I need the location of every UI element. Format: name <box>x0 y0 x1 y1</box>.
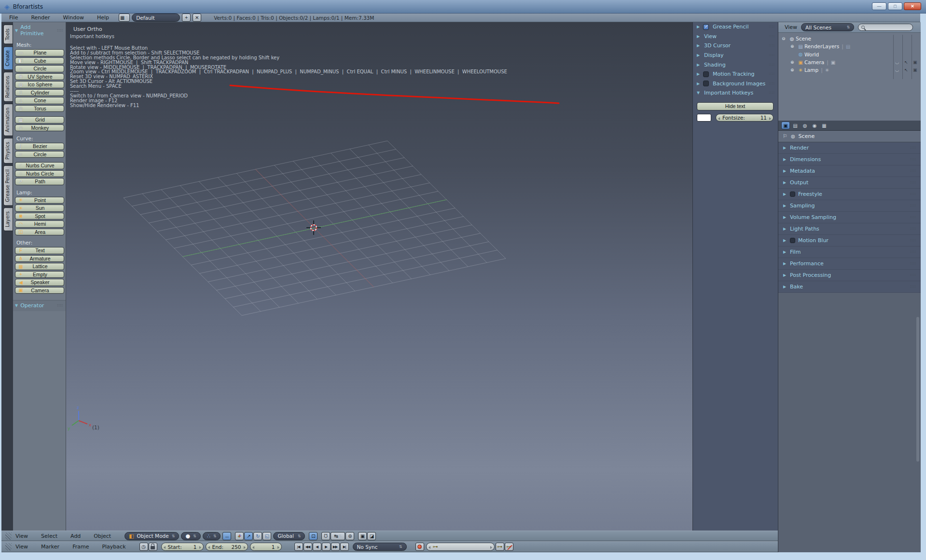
delete-keyframe-button[interactable]: ⊶ <box>505 543 513 551</box>
add-primitive-button[interactable]: ▦ Grid <box>15 116 64 123</box>
drag-dots-icon[interactable]: ∷∷ <box>911 215 916 219</box>
add-primitive-button[interactable]: ◍ Ico Sphere <box>15 81 64 88</box>
playback-button[interactable]: ◀ <box>313 543 321 551</box>
toolshelf-tab[interactable]: Create <box>3 46 13 70</box>
toolshelf-tab[interactable]: Layers <box>3 207 13 231</box>
playback-button[interactable]: ◀◀ <box>304 543 312 551</box>
outliner-row-lamp[interactable]: ⊕ ✳ Lamp | ✳ ◡ ↖ ▣ <box>778 66 921 74</box>
minimize-button[interactable]: — <box>872 2 886 10</box>
add-primitive-button[interactable]: ◎ Torus <box>15 105 64 112</box>
menu-item[interactable]: Render <box>31 14 50 21</box>
panel-checkbox[interactable] <box>703 81 709 86</box>
properties-tab[interactable]: ▣ <box>781 122 790 129</box>
outliner-display-filter[interactable]: All Scenes ⇅ <box>801 23 854 31</box>
drag-dots-icon[interactable]: ∷∷ <box>911 146 916 150</box>
manipulator-axis-button[interactable]: + <box>235 532 244 540</box>
manipulator-toggle-button[interactable]: ↔ <box>222 532 231 540</box>
pivot-point-selector[interactable]: ∴ ⇅ <box>203 532 221 540</box>
expand-icon[interactable]: ⊕ <box>790 60 797 65</box>
drag-dots-icon[interactable]: ∷∷ <box>911 273 916 277</box>
playback-range-lock-button[interactable]: ◷ <box>139 543 148 551</box>
add-object-button[interactable]: ⋔ Armature <box>15 255 64 262</box>
maximize-button[interactable]: □ <box>888 2 902 10</box>
text-color-swatch[interactable] <box>697 114 711 122</box>
add-primitive-button[interactable]: ○ Circle <box>15 65 64 72</box>
drag-dots-icon[interactable]: ∷∷ <box>911 238 916 243</box>
add-object-button[interactable]: ◀ Speaker <box>15 279 64 286</box>
drag-dots-icon[interactable]: ∷∷ <box>911 180 916 185</box>
outliner-row-scene[interactable]: ⊖ ◍ Scene <box>778 35 921 42</box>
outliner-search-input[interactable] <box>867 25 905 30</box>
menu-item[interactable]: View <box>15 533 28 539</box>
properties-tab[interactable]: ◉ <box>810 122 819 129</box>
playback-button[interactable]: |◀ <box>294 543 303 551</box>
properties-panel-header[interactable]: ▶ Output ∷∷ <box>778 177 921 189</box>
drag-dots-icon[interactable]: ∷∷ <box>911 261 916 266</box>
add-primitive-button[interactable]: ○ Circle <box>15 151 64 158</box>
add-object-button[interactable]: ▣ Camera <box>15 287 64 294</box>
visibility-eye-icon[interactable]: ◡ <box>895 60 899 65</box>
drag-dots-icon[interactable]: ∷∷ <box>769 34 775 39</box>
outliner-row-world[interactable]: ◍ World <box>778 51 921 58</box>
add-lamp-button[interactable]: ☀ Sun <box>15 205 64 212</box>
collapse-icon[interactable]: ⊖ <box>782 36 788 41</box>
frame-start-field[interactable]: Start: 1 <box>161 543 204 551</box>
npanel-panel-header[interactable]: ▶ 3D Cursor ∷∷ <box>693 41 778 51</box>
toolshelf-tab[interactable]: Tools <box>3 25 13 44</box>
outliner-row-renderlayers[interactable]: ⊕ ▤ RenderLayers | ▤ <box>778 42 921 50</box>
renderability-icon[interactable]: ▣ <box>913 60 917 65</box>
hide-text-button[interactable]: Hide text <box>697 102 774 110</box>
menu-item[interactable]: Marker <box>41 544 59 550</box>
header-resize-grip[interactable] <box>5 533 12 540</box>
expand-icon[interactable]: ⊕ <box>790 44 797 49</box>
add-object-button[interactable]: F Text <box>15 247 64 254</box>
sync-mode-selector[interactable]: No Sync ⇅ <box>353 543 407 551</box>
drag-dots-icon[interactable]: ∷∷ <box>911 192 916 196</box>
menu-item[interactable]: Playback <box>102 544 125 550</box>
playback-button[interactable]: ▶ <box>322 543 331 551</box>
drag-dots-icon[interactable]: ∷∷ <box>57 28 63 33</box>
visibility-eye-icon[interactable]: ◡ <box>895 68 899 72</box>
outliner-view-menu[interactable]: View <box>785 24 797 30</box>
auto-keyframe-record-button[interactable] <box>415 543 424 551</box>
add-primitive-button[interactable]: ▯ Cylinder <box>15 89 64 96</box>
npanel-panel-header[interactable]: ▶ Background Images ∷∷ <box>693 79 778 89</box>
active-keying-set-field[interactable]: ⊶ <box>426 543 495 551</box>
npanel-panel-header[interactable]: ▼ Important Hotkeys ∷∷ <box>693 88 778 98</box>
properties-panel-header[interactable]: ▶ Performance ∷∷ <box>778 258 921 270</box>
drag-dots-icon[interactable]: ∷∷ <box>911 227 916 231</box>
drag-dots-icon[interactable]: ∷∷ <box>911 169 916 173</box>
renderability-icon[interactable]: ▣ <box>913 68 917 72</box>
properties-panel-header[interactable]: ▶ Light Paths ∷∷ <box>778 223 921 235</box>
properties-panel-header[interactable]: ▶ Metadata ∷∷ <box>778 165 921 177</box>
outliner-search-field[interactable] <box>858 24 913 31</box>
properties-panel-header[interactable]: ▶ Post Processing ∷∷ <box>778 270 921 281</box>
drag-dots-icon[interactable]: ∷∷ <box>769 72 775 76</box>
selectability-icon[interactable]: ↖ <box>904 60 908 65</box>
drag-dots-icon[interactable]: ∷∷ <box>769 25 775 29</box>
playback-button[interactable]: ▶| <box>340 543 349 551</box>
opengl-render-still-button[interactable]: ▣ <box>358 532 367 540</box>
menu-item[interactable]: Help <box>97 14 109 21</box>
add-primitive-button[interactable]: ⊕ UV Sphere <box>15 73 64 81</box>
npanel-panel-header[interactable]: ▶ View ∷∷ <box>693 32 778 41</box>
properties-panel-header[interactable]: ▶ Sampling ∷∷ <box>778 200 921 212</box>
add-primitive-button[interactable]: ◌ Nurbs Circle <box>15 170 64 178</box>
drag-dots-icon[interactable]: ∷∷ <box>769 63 775 67</box>
properties-tab[interactable]: ▤ <box>791 122 800 129</box>
frame-end-field[interactable]: End: 250 <box>206 543 248 551</box>
drag-dots-icon[interactable]: ∷∷ <box>911 250 916 254</box>
toolshelf-tab[interactable]: Relations <box>3 72 13 102</box>
menu-item[interactable]: Select <box>41 533 57 539</box>
properties-panel-header[interactable]: ▶ Freestyle ∷∷ <box>778 189 921 200</box>
lock-time-button[interactable] <box>149 543 157 551</box>
viewport-3d[interactable]: z x y User Ortho Important hotkeys Selec… <box>66 22 692 531</box>
menu-item[interactable]: File <box>9 14 18 21</box>
add-lamp-button[interactable]: ◫ Area <box>15 229 64 236</box>
add-object-button[interactable]: + Empty <box>15 271 64 278</box>
screen-layout-selector[interactable]: Default <box>132 14 180 22</box>
properties-panel-header[interactable]: ▶ Dimensions ∷∷ <box>778 154 921 165</box>
add-primitive-button[interactable]: ◜ Nurbs Curve <box>15 162 64 169</box>
menu-item[interactable]: Add <box>70 533 81 539</box>
toolshelf-tab[interactable]: Physics <box>3 138 13 164</box>
